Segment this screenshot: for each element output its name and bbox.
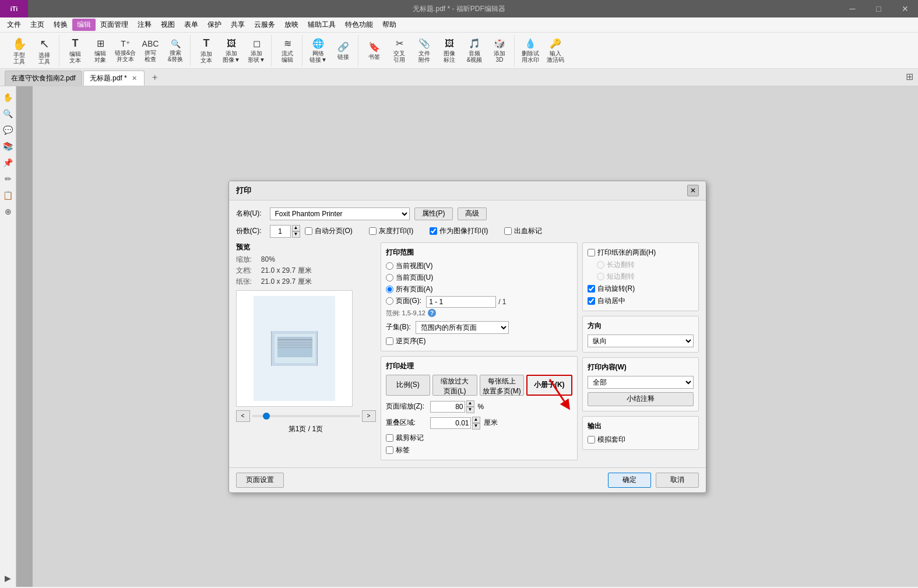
summary-button[interactable]: 小结注释 (588, 392, 694, 406)
current-page-radio-label[interactable]: 当前页面(U) (386, 273, 572, 283)
current-page-radio[interactable] (386, 274, 393, 281)
copies-down-button[interactable]: ▼ (292, 231, 300, 238)
pages-radio-label[interactable]: 页面(G): (386, 296, 422, 306)
menu-protect[interactable]: 保护 (203, 19, 226, 31)
current-view-radio-label[interactable]: 当前视图(V) (386, 261, 572, 271)
image-print-checkbox[interactable] (430, 227, 437, 235)
tags-label[interactable]: 标签 (386, 445, 572, 455)
sidebar-icon-hand[interactable]: ✋ (2, 91, 15, 104)
image-mark-button[interactable]: 🖼 图像标注 (437, 36, 462, 66)
tab-file1[interactable]: 在遵守饮食指南2.pdf (5, 71, 82, 86)
menu-page-manage[interactable]: 页面管理 (96, 19, 133, 31)
attachment-button[interactable]: 📎 文件附件 (412, 36, 437, 66)
menu-special[interactable]: 特色功能 (340, 19, 378, 31)
find-replace-button[interactable]: 🔍 搜索&替换 (163, 36, 188, 66)
cancel-button[interactable]: 取消 (656, 473, 699, 488)
menu-present[interactable]: 放映 (280, 19, 303, 31)
tab-file2[interactable]: 无标题.pdf * ✕ (83, 71, 145, 86)
remove-watermark-button[interactable]: 💧 删除试用水印 (518, 36, 543, 66)
sidebar-icon-bookmark[interactable]: 📌 (2, 156, 15, 169)
menu-edit[interactable]: 编辑 (72, 19, 96, 31)
audio-video-button[interactable]: 🎵 音频&视频 (462, 36, 487, 66)
crop-marks-label[interactable]: 裁剪标记 (386, 433, 572, 443)
tab-add-button[interactable]: + (148, 71, 162, 84)
menu-home[interactable]: 主页 (26, 19, 49, 31)
all-pages-radio-label[interactable]: 所有页面(A) (386, 284, 572, 294)
scale-button[interactable]: 比例(S) (386, 375, 431, 396)
flow-edit-button[interactable]: ≋ 流式编辑 (275, 36, 300, 66)
add-image-button[interactable]: 🖼 添加图像▼ (219, 36, 244, 66)
overlap-down-button[interactable]: ▼ (472, 423, 480, 429)
auto-collate-checkbox[interactable] (305, 227, 312, 235)
reverse-checkbox[interactable] (386, 337, 393, 345)
bleed-mark-label[interactable]: 出血标记 (504, 226, 542, 236)
simulate-label[interactable]: 模拟套印 (588, 435, 694, 445)
edit-text-button[interactable]: T 编辑文本 (63, 36, 87, 66)
subset-select[interactable]: 范围内的所有页面 (416, 321, 509, 334)
tab-file2-close[interactable]: ✕ (131, 74, 138, 83)
multi-page-button[interactable]: 每张纸上放置多页(M) (480, 375, 525, 396)
scale-up-button[interactable]: ▲ (466, 400, 474, 407)
page-slider-thumb[interactable] (263, 413, 270, 420)
menu-annotation[interactable]: 注释 (133, 19, 156, 31)
select-tool-button[interactable]: ↖ 选择工具 (32, 36, 57, 66)
close-button[interactable]: ✕ (892, 0, 918, 17)
menu-share[interactable]: 共享 (226, 19, 249, 31)
booklet-button[interactable]: 小册子(K) (526, 375, 572, 396)
menu-convert[interactable]: 转换 (49, 19, 72, 31)
overlap-input[interactable] (430, 417, 471, 429)
menu-file[interactable]: 文件 (2, 19, 26, 31)
menu-cloud[interactable]: 云服务 (249, 19, 280, 31)
sidebar-icon-expand[interactable]: ▶ (2, 572, 15, 585)
auto-rotate-label[interactable]: 自动旋转(R) (588, 284, 694, 294)
sidebar-icon-pages[interactable]: 📋 (2, 189, 15, 202)
copies-input[interactable] (270, 225, 291, 238)
auto-rotate-checkbox[interactable] (588, 285, 595, 293)
scale-input[interactable] (430, 401, 465, 413)
maximize-button[interactable]: □ (866, 0, 892, 17)
page-slider[interactable] (252, 415, 360, 417)
bleed-mark-checkbox[interactable] (504, 227, 512, 235)
simulate-checkbox[interactable] (588, 436, 595, 443)
sidebar-icon-add[interactable]: ⊕ (2, 205, 15, 218)
short-edge-radio-label[interactable]: 短边翻转 (597, 272, 694, 281)
sidebar-icon-layers[interactable]: 📚 (2, 140, 15, 153)
advanced-button[interactable]: 高级 (458, 207, 487, 220)
menu-help[interactable]: 帮助 (378, 19, 401, 31)
add-shape-button[interactable]: ◻ 添加形状▼ (244, 36, 269, 66)
add-text-button[interactable]: T 添加文本 (194, 36, 219, 66)
page-range-input[interactable] (426, 296, 496, 308)
all-pages-radio[interactable] (386, 286, 393, 293)
bookmark-button[interactable]: 🔖 书签 (362, 36, 386, 66)
reverse-label[interactable]: 逆页序(E) (386, 336, 572, 346)
sidebar-icon-search[interactable]: 🔍 (2, 107, 15, 120)
web-link-button[interactable]: 🌐 网络链接▼ (306, 36, 330, 66)
link-merge-text-button[interactable]: T⁺ 链接&合并文本 (113, 36, 138, 66)
add-3d-button[interactable]: 🎲 添加3D (487, 36, 512, 66)
link-button[interactable]: 🔗 链接 (331, 36, 356, 66)
grayscale-checkbox[interactable] (369, 227, 377, 235)
long-edge-radio-label[interactable]: 长边翻转 (597, 260, 694, 270)
overlap-up-button[interactable]: ▲ (472, 417, 480, 423)
scale-down-button[interactable]: ▼ (466, 407, 474, 413)
pages-radio[interactable] (386, 297, 393, 305)
image-print-label[interactable]: 作为图像打印(I) (430, 226, 488, 236)
prev-page-button[interactable]: < (236, 410, 250, 422)
tags-checkbox[interactable] (386, 446, 393, 454)
ok-button[interactable]: 确定 (608, 473, 651, 488)
menu-form[interactable]: 表单 (180, 19, 203, 31)
auto-center-checkbox[interactable] (588, 297, 595, 305)
auto-center-label[interactable]: 自动居中 (588, 296, 694, 306)
content-select[interactable]: 全部 (588, 376, 694, 389)
dialog-close-button[interactable]: ✕ (687, 185, 699, 196)
shrink-button[interactable]: 缩放过大页面(L) (432, 375, 477, 396)
double-side-label[interactable]: 打印纸张的两面(H) (588, 248, 694, 258)
spell-check-button[interactable]: ABC 拼写检查 (138, 36, 163, 66)
crop-marks-checkbox[interactable] (386, 434, 393, 442)
direction-select[interactable]: 纵向 (588, 335, 694, 347)
sidebar-icon-edit[interactable]: ✏ (2, 172, 15, 185)
printer-select[interactable]: Foxit Phantom Printer (270, 207, 410, 220)
minimize-button[interactable]: ─ (839, 0, 866, 17)
current-view-radio[interactable] (386, 262, 393, 270)
menu-tools[interactable]: 辅助工具 (303, 19, 340, 31)
